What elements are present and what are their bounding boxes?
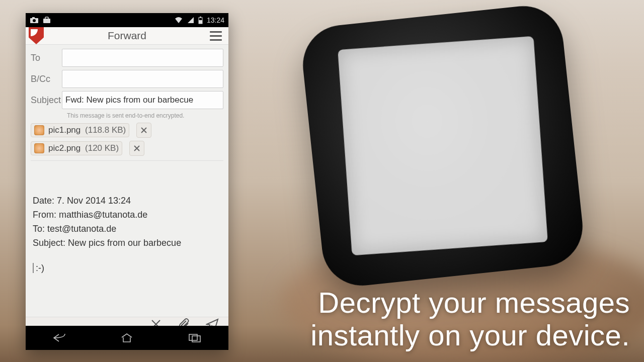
- file-icon: [34, 143, 44, 153]
- marketing-caption: Decrypt your messages instantly on your …: [229, 287, 630, 352]
- attachment-chip[interactable]: pic2.png (120 KB): [31, 141, 122, 155]
- camera-icon: [30, 17, 39, 24]
- attachment-name: pic2.png: [48, 143, 80, 153]
- subject-label: Subject: [31, 95, 62, 106]
- svg-rect-9: [192, 336, 200, 342]
- back-button[interactable]: [50, 332, 68, 343]
- svg-rect-6: [199, 20, 202, 24]
- to-label: To: [31, 53, 62, 63]
- svg-rect-7: [200, 17, 201, 18]
- app-logo[interactable]: [29, 27, 44, 44]
- page-title: Forward: [47, 30, 207, 42]
- email-compose-app: Forward To B/Cc Subject This message is …: [26, 27, 228, 326]
- phone-mock: 13:24 Forward To B/Cc Subject: [26, 13, 228, 350]
- quoted-to: To: test@tutanota.de: [33, 222, 221, 236]
- message-body[interactable]: Date: 7. Nov 2014 13:24 From: matthias@t…: [31, 160, 223, 317]
- wifi-icon: [174, 17, 183, 24]
- svg-rect-4: [45, 17, 48, 19]
- svg-rect-1: [32, 17, 35, 19]
- caption-line-1: Decrypt your messages: [318, 286, 630, 319]
- file-icon: [34, 125, 44, 135]
- svg-rect-8: [189, 334, 197, 340]
- attachment-row: pic2.png (120 KB): [31, 140, 223, 156]
- status-time: 13:24: [207, 16, 224, 24]
- android-status-bar: 13:24: [26, 13, 228, 27]
- to-input[interactable]: [62, 49, 223, 67]
- subject-input[interactable]: [62, 91, 223, 109]
- android-nav-bar: [26, 326, 228, 350]
- home-button[interactable]: [118, 332, 136, 343]
- quoted-signature: :-): [33, 263, 44, 273]
- cell-signal-icon: [187, 17, 194, 24]
- attachment-chip[interactable]: pic1.png (118.8 KB): [31, 123, 129, 137]
- bcc-label: B/Cc: [31, 74, 62, 84]
- attachment-row: pic1.png (118.8 KB): [31, 122, 223, 138]
- quoted-date: Date: 7. Nov 2014 13:24: [33, 194, 221, 208]
- app-header: Forward: [26, 27, 228, 45]
- attachment-size: (118.8 KB): [83, 125, 126, 135]
- encryption-note: This message is sent end-to-end encrypte…: [67, 112, 223, 119]
- battery-icon: [198, 17, 203, 24]
- attachment-name: pic1.png: [48, 125, 80, 135]
- remove-attachment-button[interactable]: [129, 141, 144, 156]
- remove-attachment-button[interactable]: [136, 123, 151, 138]
- bcc-input[interactable]: [62, 70, 223, 88]
- attachment-size: (120 KB): [83, 143, 119, 153]
- svg-point-2: [33, 19, 36, 22]
- caption-line-2: instantly on your device.: [229, 319, 630, 352]
- quoted-from: From: matthias@tutanota.de: [33, 208, 221, 222]
- briefcase-icon: [43, 17, 51, 24]
- photo-phone: [299, 2, 587, 290]
- quoted-subject: Subject: New pics from our barbecue: [33, 236, 221, 250]
- recents-button[interactable]: [186, 332, 204, 343]
- compose-form: To B/Cc Subject This message is sent end…: [26, 45, 228, 317]
- menu-icon[interactable]: [207, 27, 224, 44]
